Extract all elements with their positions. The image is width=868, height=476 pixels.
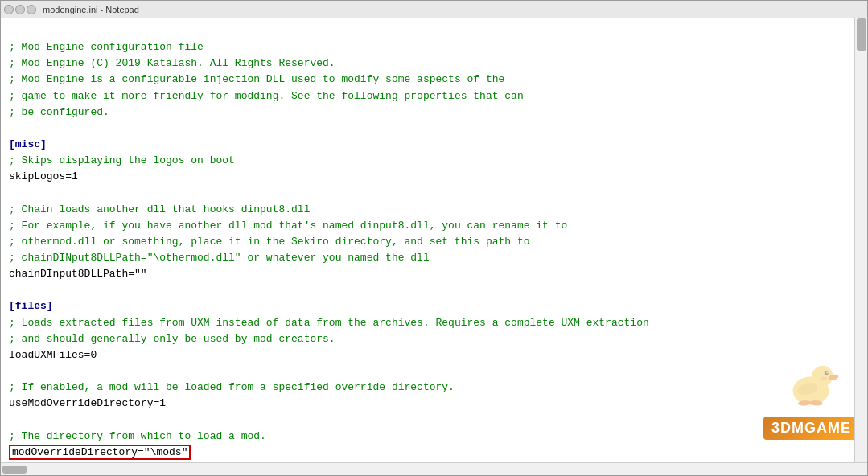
line-5: ; be configured.	[9, 106, 109, 118]
code-content: ; Mod Engine configuration file ; Mod En…	[9, 23, 859, 462]
line-dir-comment: ; The directory from which to load a mod…	[9, 430, 266, 442]
use-override-value: useModOverrideDirectory=1	[9, 397, 166, 409]
main-window: modengine.ini - Notepad ; Mod Engine con…	[0, 0, 868, 476]
line-override-comment: ; If enabled, a mod will be loaded from …	[9, 381, 455, 393]
maximize-button[interactable]	[27, 5, 36, 14]
line-1: ; Mod Engine configuration file	[9, 41, 204, 53]
line-uxm-comment2: ; and should generally only be used by m…	[9, 333, 335, 345]
line-chain-comment1: ; Chain loads another dll that hooks din…	[9, 203, 310, 215]
scrollbar-vertical[interactable]	[854, 18, 867, 462]
chain-dll-value: chainDInput8DLLPath=""	[9, 268, 147, 280]
close-button[interactable]	[4, 5, 14, 14]
load-uxm-value: loadUXMFiles=0	[9, 349, 97, 361]
line-chain-comment4: ; chainDINput8DLLPath="\othermod.dll" or…	[9, 252, 430, 264]
highlight-moddir: modOverrideDirectory="\mods"	[9, 445, 191, 460]
skip-logos-value: skipLogos=1	[9, 170, 78, 183]
section-files: [files]	[9, 300, 53, 312]
line-uxm-comment1: ; Loads extracted files from UXM instead…	[9, 317, 649, 329]
title-bar: modengine.ini - Notepad	[1, 1, 867, 18]
scrollbar-thumb-y[interactable]	[857, 18, 866, 51]
line-chain-comment3: ; othermod.dll or something, place it in…	[9, 236, 530, 248]
scrollbar-horizontal[interactable]	[1, 462, 867, 475]
line-skip-logos-comment: ; Skips displaying the logos on boot	[9, 154, 235, 166]
scrollbar-thumb-x[interactable]	[2, 466, 27, 474]
line-3: ; Mod Engine is a configurable injection…	[9, 73, 504, 85]
line-2: ; Mod Engine (C) 2019 Katalash. All Righ…	[9, 57, 335, 69]
mod-dir-value: modOverrideDirectory="\mods"	[9, 445, 191, 460]
section-misc: [misc]	[9, 138, 47, 150]
editor-area[interactable]: ; Mod Engine configuration file ; Mod En…	[1, 18, 867, 462]
window-controls	[4, 5, 36, 14]
line-4: ; game to make it more friendly for modd…	[9, 90, 524, 102]
minimize-button[interactable]	[15, 5, 25, 14]
window-title: modengine.ini - Notepad	[43, 5, 139, 14]
line-chain-comment2: ; For example, if you have another dll m…	[9, 220, 567, 232]
